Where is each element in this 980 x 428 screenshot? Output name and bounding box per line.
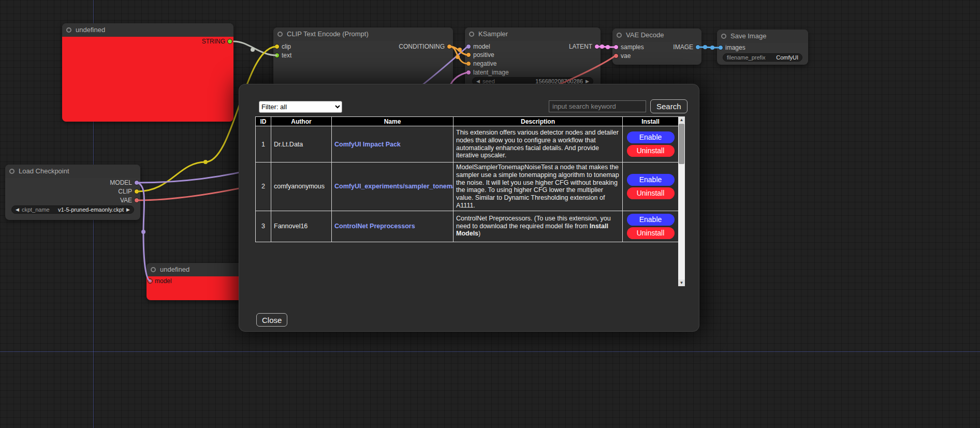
- node-header[interactable]: CLIP Text Encode (Prompt): [273, 27, 453, 41]
- wire-dot: [710, 46, 714, 50]
- collapse-dot-icon[interactable]: [721, 34, 726, 39]
- cell-author: Dr.Lt.Data: [271, 126, 332, 163]
- ckpt-name-widget[interactable]: ◀ ckpt_name v1-5-pruned-emaonly.ckpt ▶: [11, 205, 134, 214]
- node-ksampler[interactable]: KSampler model positive negative latent_…: [465, 27, 601, 90]
- search-input[interactable]: [549, 100, 646, 112]
- input-port-positive: positive: [465, 51, 494, 58]
- node-body: [62, 37, 233, 122]
- extension-row: 3 Fannovel16 ControlNet Preprocessors Co…: [256, 211, 679, 242]
- wire-dot: [606, 45, 610, 49]
- node-load-checkpoint[interactable]: Load Checkpoint MODEL CLIP VAE ◀ ckpt_na…: [5, 165, 140, 220]
- extension-link[interactable]: ComfyUI_experiments/sampler_tonemap: [334, 183, 454, 190]
- node-header[interactable]: undefined: [62, 23, 233, 37]
- node-header[interactable]: KSampler: [465, 27, 601, 41]
- filename-prefix-widget[interactable]: filename_prefix ComfyUI: [723, 53, 802, 62]
- column-header-author: Author: [271, 117, 332, 126]
- cell-author: comfyanonymous: [271, 163, 332, 211]
- enable-button[interactable]: Enable: [627, 131, 675, 143]
- input-port-text: text: [273, 52, 291, 59]
- port-dot-samples[interactable]: [613, 45, 619, 50]
- node-header[interactable]: VAE Decode: [612, 28, 701, 42]
- enable-button[interactable]: Enable: [627, 174, 675, 186]
- table-scrollbar[interactable]: ▲ ▼: [678, 116, 685, 286]
- wire-dot: [251, 48, 255, 52]
- collapse-dot-icon[interactable]: [151, 267, 156, 272]
- close-button[interactable]: Close: [256, 313, 287, 327]
- wire-dot: [456, 55, 460, 59]
- filter-select[interactable]: Filter: all: [259, 101, 342, 113]
- collapse-dot-icon[interactable]: [66, 27, 71, 33]
- uninstall-button[interactable]: Uninstall: [627, 227, 675, 239]
- node-title: Save Image: [730, 32, 766, 40]
- extension-table: ID Author Name Description Install 1 Dr.…: [255, 116, 678, 242]
- cell-id: 1: [256, 126, 271, 163]
- node-save-image[interactable]: Save Image images filename_prefix ComfyU…: [717, 29, 808, 65]
- node-clip-text-encode[interactable]: CLIP Text Encode (Prompt) clip text COND…: [273, 27, 453, 87]
- uninstall-button[interactable]: Uninstall: [627, 187, 675, 199]
- output-port-string: STRING: [202, 38, 233, 45]
- scroll-down-icon[interactable]: ▼: [678, 279, 685, 286]
- collapse-dot-icon[interactable]: [277, 32, 283, 37]
- wire-dot: [600, 45, 604, 49]
- input-port-vae: vae: [612, 52, 631, 60]
- port-dot-model[interactable]: [148, 278, 153, 284]
- extension-row: 1 Dr.Lt.Data ComfyUI Impact Pack This ex…: [256, 126, 679, 163]
- cell-description: ModelSamplerTonemapNoiseTest a node that…: [454, 163, 623, 211]
- cell-description: This extension offers various detector n…: [454, 126, 623, 163]
- node-header[interactable]: undefined: [147, 263, 243, 276]
- column-header-id: ID: [256, 117, 271, 126]
- port-dot-string[interactable]: [227, 39, 232, 44]
- input-port-latent-image: latent_image: [465, 69, 509, 76]
- node-header[interactable]: Load Checkpoint: [5, 165, 140, 178]
- extension-row: 2 comfyanonymous ComfyUI_experiments/sam…: [256, 163, 679, 211]
- port-dot-positive[interactable]: [466, 52, 471, 57]
- input-port-negative: negative: [465, 60, 496, 67]
- port-dot-latent-image[interactable]: [466, 70, 471, 75]
- install-custom-nodes-dialog: Filter: all Search ID Author Name Descri…: [239, 84, 699, 331]
- port-dot-images[interactable]: [718, 45, 723, 50]
- node-title: KSampler: [478, 30, 508, 38]
- port-dot-negative[interactable]: [466, 61, 471, 66]
- column-header-description: Description: [454, 117, 623, 126]
- output-port-conditioning: CONDITIONING: [399, 43, 453, 50]
- node-undefined-string[interactable]: undefined STRING: [62, 23, 233, 122]
- extension-link[interactable]: ControlNet Preprocessors: [334, 223, 415, 230]
- scroll-up-icon[interactable]: ▲: [678, 116, 685, 123]
- collapse-dot-icon[interactable]: [469, 32, 474, 37]
- input-port-model: model: [147, 277, 172, 285]
- output-port-latent: LATENT: [569, 43, 601, 50]
- cell-id: 3: [256, 211, 271, 242]
- node-title: undefined: [76, 26, 105, 34]
- cell-author: Fannovel16: [271, 211, 332, 242]
- port-dot-clip[interactable]: [134, 189, 139, 194]
- port-dot-vae[interactable]: [613, 53, 619, 58]
- node-canvas[interactable]: undefined STRING CLIP Text Encode (Promp…: [0, 0, 980, 428]
- collapse-dot-icon[interactable]: [9, 169, 14, 174]
- port-dot-clip[interactable]: [274, 44, 280, 49]
- previous-arrow-icon[interactable]: ◀: [16, 205, 19, 214]
- search-button[interactable]: Search: [650, 99, 688, 113]
- port-dot-model[interactable]: [134, 180, 139, 185]
- wire-dot: [203, 160, 208, 164]
- node-title: Load Checkpoint: [19, 167, 69, 175]
- output-port-image: IMAGE: [673, 43, 701, 51]
- input-port-model: model: [465, 43, 490, 50]
- node-header[interactable]: Save Image: [717, 29, 808, 43]
- extension-link[interactable]: ComfyUI Impact Pack: [334, 141, 401, 148]
- node-undefined-model[interactable]: undefined model: [147, 263, 243, 300]
- column-header-name: Name: [332, 117, 454, 126]
- port-dot-model[interactable]: [466, 44, 471, 49]
- port-dot-image[interactable]: [695, 45, 700, 50]
- port-dot-vae[interactable]: [134, 198, 139, 203]
- collapse-dot-icon[interactable]: [617, 33, 622, 38]
- node-vae-decode[interactable]: VAE Decode samples vae IMAGE: [612, 28, 701, 65]
- port-dot-latent[interactable]: [594, 44, 599, 49]
- wire-dot: [703, 45, 707, 49]
- scrollbar-thumb[interactable]: [679, 124, 684, 164]
- next-arrow-icon[interactable]: ▶: [126, 205, 130, 214]
- port-dot-text[interactable]: [274, 53, 280, 58]
- uninstall-button[interactable]: Uninstall: [627, 145, 675, 157]
- enable-button[interactable]: Enable: [627, 214, 675, 226]
- port-dot-conditioning[interactable]: [447, 44, 452, 49]
- wire-dot: [458, 48, 462, 52]
